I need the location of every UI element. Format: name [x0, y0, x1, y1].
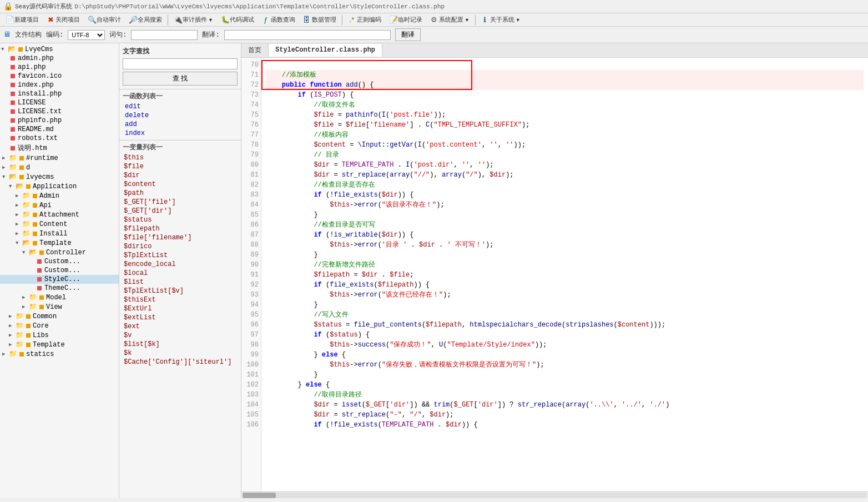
variable-item[interactable]: $ext	[123, 322, 238, 331]
tree-item-install-folder[interactable]: ▶📁Install	[0, 229, 119, 238]
tree-item-api-folder[interactable]: ▶📁Api	[0, 200, 119, 210]
variable-item[interactable]: $dirico	[123, 242, 238, 251]
variable-item[interactable]: $v	[123, 331, 238, 340]
variable-item[interactable]: $TplExtList	[123, 251, 238, 260]
tree-item-stylec[interactable]: StyleC...	[0, 275, 119, 284]
variable-item[interactable]: $Cache['Config']['siteurl']	[123, 358, 238, 367]
function-item-edit[interactable]: edit	[123, 102, 238, 111]
sys-config-button[interactable]: ⚙ 系统配置 ▼	[427, 14, 473, 25]
tree-item-themec[interactable]: ThemeC...	[0, 284, 119, 293]
variable-item[interactable]: $filepath	[123, 224, 238, 233]
tree-item-d[interactable]: ▶📁d	[0, 163, 119, 172]
tree-item-license[interactable]: LICENSE	[0, 98, 119, 107]
home-tab[interactable]: 首页	[241, 43, 269, 57]
tree-item-view-folder[interactable]: ▶📁View	[0, 302, 119, 312]
audit-plugin-button[interactable]: 🔌 审计插件 ▼	[170, 14, 216, 25]
code-debug-button[interactable]: 🐛 代码调试	[218, 14, 258, 25]
folder-color-indicator	[33, 213, 37, 217]
new-project-button[interactable]: 📄 新建项目	[2, 14, 42, 25]
tree-item-admin-php[interactable]: admin.php	[0, 54, 119, 63]
tree-item-index-php[interactable]: index.php	[0, 81, 119, 89]
tree-item-content-folder[interactable]: ▶📁Content	[0, 219, 119, 229]
tree-item-label: 说明.htm	[18, 143, 47, 153]
tree-item-lvyecms-folder[interactable]: ▼📂lvyecms	[0, 172, 119, 182]
tree-item-label: Controller	[46, 249, 86, 257]
db-manage-button[interactable]: 🗄 数据管理	[300, 14, 340, 25]
text-search-input[interactable]	[123, 58, 238, 69]
variable-item[interactable]: $thisExt	[123, 295, 238, 304]
global-search-button[interactable]: 🔎 全局搜索	[125, 14, 165, 25]
tree-item-attachment-folder[interactable]: ▶📁Attachment	[0, 210, 119, 219]
function-item-add[interactable]: add	[123, 120, 238, 129]
func-query-button[interactable]: ƒ 函数查询	[259, 14, 299, 25]
variable-item[interactable]: $path	[123, 189, 238, 198]
tree-item-install-php[interactable]: install.php	[0, 89, 119, 98]
variable-item[interactable]: $list	[123, 278, 238, 287]
variable-item[interactable]: $extList	[123, 313, 238, 322]
tree-item-api-php[interactable]: api.php	[0, 63, 119, 72]
tree-item-robots-txt[interactable]: robots.txt	[0, 134, 119, 143]
tree-item-label: lvyecms	[26, 173, 54, 181]
text-search-button[interactable]: 查 找	[123, 72, 238, 86]
variable-item[interactable]: $TplExtList[$v]	[123, 287, 238, 295]
tree-item-favicon-ico[interactable]: favicon.ico	[0, 72, 119, 81]
tree-item-lvyecms-root[interactable]: ▼📂LvyeCms	[0, 44, 119, 54]
expand-icon: ▶	[2, 351, 8, 357]
code-line-73: if (IS_POST) {	[266, 90, 864, 100]
folder-color-indicator	[18, 47, 23, 52]
tree-item-readme-md[interactable]: README.md	[0, 125, 119, 134]
style-controller-tab[interactable]: StyleController.class.php	[269, 44, 382, 57]
tree-item-template-folder[interactable]: ▼📂Template	[0, 238, 119, 248]
close-project-button[interactable]: ✖ 关闭项目	[43, 14, 83, 25]
keyword-input[interactable]	[131, 30, 198, 40]
text-search-area: 文字查找 查 找	[119, 43, 241, 89]
folder-color-indicator	[19, 156, 24, 160]
tree-item-template-root[interactable]: ▶📁Template	[0, 340, 119, 349]
tree-item-runtime[interactable]: ▶📁#runtime	[0, 153, 119, 163]
tree-item-controller-folder[interactable]: ▼📂Controller	[0, 248, 119, 257]
horizontal-scrollbar[interactable]	[241, 491, 868, 498]
tree-item-core-folder[interactable]: ▶📁Core	[0, 321, 119, 330]
tree-item-label: Custom...	[44, 258, 80, 265]
variable-item[interactable]: $file['filename']	[123, 233, 238, 242]
variable-item[interactable]: $file	[123, 162, 238, 171]
variable-item[interactable]: $local	[123, 269, 238, 278]
function-item-delete[interactable]: delete	[123, 111, 238, 120]
variable-item[interactable]: $this	[123, 153, 238, 162]
variable-item[interactable]: $dir	[123, 171, 238, 180]
variable-item[interactable]: $ExtUrl	[123, 304, 238, 313]
tree-item-libs-folder[interactable]: ▶📁Libs	[0, 330, 119, 340]
tree-item-phpinfo-php[interactable]: phpinfo.php	[0, 116, 119, 125]
tree-item-license-txt[interactable]: LICENSE.txt	[0, 107, 119, 116]
variable-item[interactable]: $_GET['dir']	[123, 207, 238, 215]
variable-item[interactable]: $list[$k]	[123, 340, 238, 349]
regex-encode-button[interactable]: .* 正则编码	[345, 14, 385, 25]
tree-item-label: statics	[26, 350, 54, 358]
tree-item-common-folder[interactable]: ▶📁Common	[0, 312, 119, 321]
code-editor[interactable]: 7071727374757677787980818283848586878889…	[241, 58, 868, 491]
tree-item-application[interactable]: ▼📂Application	[0, 182, 119, 191]
variable-item[interactable]: $content	[123, 180, 238, 189]
variable-item[interactable]: $status	[123, 215, 238, 224]
tree-item-model-folder[interactable]: ▶📁Model	[0, 293, 119, 302]
folder-icon: 📁	[16, 331, 24, 339]
variable-item[interactable]: $_GET['file']	[123, 198, 238, 207]
tree-item-admin-folder[interactable]: ▶📁Admin	[0, 191, 119, 200]
tree-item-custom2[interactable]: Custom...	[0, 266, 119, 275]
about-sys-button[interactable]: ℹ 关于系统 ▼	[478, 14, 524, 25]
encoding-select[interactable]: UTF-8 GBK GB2312	[68, 30, 105, 40]
tree-item-statics-folder[interactable]: ▶📁statics	[0, 349, 119, 359]
sep3	[475, 15, 476, 25]
auto-audit-button[interactable]: 🔍 自动审计	[84, 14, 124, 25]
tree-item-custom1[interactable]: Custom...	[0, 257, 119, 266]
file-icon	[11, 83, 15, 87]
variable-item[interactable]: $encode_local	[123, 260, 238, 269]
function-item-index[interactable]: index	[123, 129, 238, 138]
variable-item[interactable]: $k	[123, 349, 238, 358]
tree-item-shuoming-htm[interactable]: 说明.htm	[0, 143, 119, 153]
temp-notes-button[interactable]: 📝 临时记录	[386, 14, 426, 25]
expand-icon: ▶	[2, 155, 8, 161]
translate-button[interactable]: 翻译	[395, 28, 421, 41]
translate-input[interactable]	[224, 30, 391, 40]
tree-item-label: Common	[33, 313, 57, 320]
